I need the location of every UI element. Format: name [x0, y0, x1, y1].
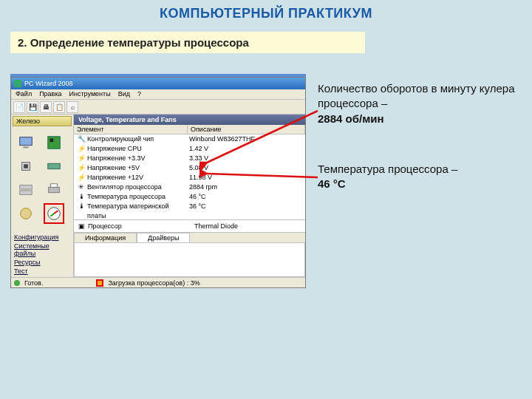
- menu-bar[interactable]: Файл Правка Инструменты Вид ?: [11, 89, 305, 100]
- table-row: ⚡Напряжение +12V11.98 V: [74, 173, 305, 183]
- svg-rect-3: [50, 139, 54, 143]
- sidebar-link-config[interactable]: Конфигурация: [14, 233, 70, 242]
- menu-edit[interactable]: Правка: [39, 90, 61, 98]
- tab-drivers[interactable]: Драйверы: [137, 233, 190, 242]
- status-bar: Готов. Загрузка процессора(ов) : 3%: [11, 277, 305, 287]
- svg-rect-10: [50, 184, 57, 188]
- sidebar-links: Конфигурация Системные файлы Ресурсы Тес…: [11, 231, 73, 277]
- window-titlebar[interactable]: PC Wizard 2008: [11, 78, 305, 89]
- menu-help[interactable]: ?: [137, 90, 141, 98]
- sidebar-tab-hardware[interactable]: Железо: [13, 116, 72, 126]
- status-ready-icon: [14, 280, 20, 286]
- bolt-icon: ⚡: [77, 173, 86, 183]
- bolt-icon: ⚡: [77, 163, 86, 173]
- sidebar-link-test[interactable]: Тест: [14, 267, 70, 276]
- toolbar-button[interactable]: 🖶: [40, 101, 52, 113]
- toolbar: 📄 💾 🖶 📋 ⌕: [11, 100, 305, 115]
- processor-note: ▣ Процессор Thermal Diode: [74, 219, 305, 232]
- panel-title: Voltage, Temperature and Fans: [74, 115, 305, 125]
- table-row: 🔧Контролирующий чипWinbond W83627THF: [74, 134, 305, 144]
- svg-rect-1: [23, 147, 28, 149]
- sidebar-icon-sensors[interactable]: [44, 203, 64, 224]
- svg-rect-6: [48, 163, 61, 168]
- svg-rect-0: [20, 137, 33, 146]
- tab-info[interactable]: Информация: [74, 233, 137, 242]
- sidebar-icon-printer[interactable]: [44, 180, 64, 200]
- app-icon: [14, 80, 21, 87]
- sidebar-icon-video[interactable]: [44, 156, 64, 177]
- callout-rpm-value: 2884 об/мин: [318, 112, 384, 125]
- pcwizard-window: PC Wizard 2008 Файл Правка Инструменты В…: [10, 77, 306, 288]
- toolbar-button[interactable]: 💾: [27, 101, 38, 113]
- column-element[interactable]: Элемент: [74, 125, 188, 134]
- table-row: ⚡Напряжение +3.3V3.33 V: [74, 154, 305, 163]
- thermometer-icon: 🌡: [77, 192, 86, 202]
- sidebar-icon-cpu[interactable]: [16, 156, 36, 177]
- sensor-table: 🔧Контролирующий чипWinbond W83627THF ⚡На…: [74, 134, 305, 219]
- menu-tools[interactable]: Инструменты: [69, 90, 111, 98]
- menu-view[interactable]: Вид: [118, 90, 130, 98]
- table-row: ✳Вентилятор процессора2884 rpm: [74, 183, 305, 192]
- svg-rect-2: [48, 137, 61, 149]
- svg-rect-9: [49, 187, 60, 192]
- status-cpu-load: Загрузка процессора(ов) : 3%: [108, 279, 200, 287]
- table-row: ⚡Напряжение CPU1.42 V: [74, 144, 305, 154]
- svg-rect-8: [20, 191, 33, 195]
- sidebar-icon-system[interactable]: [16, 132, 36, 153]
- cpu-icon: ▣: [78, 222, 85, 230]
- fan-icon: ✳: [77, 183, 86, 192]
- window-title: PC Wizard 2008: [24, 80, 73, 87]
- cpu-load-icon: [96, 279, 103, 287]
- sidebar-icon-drives[interactable]: [16, 180, 36, 200]
- sidebar-icon-mainboard[interactable]: [44, 132, 64, 153]
- table-row: ⚡Напряжение +5V5.08 V: [74, 163, 305, 173]
- task-heading: 2. Определение температуры процессора: [10, 32, 365, 53]
- sidebar-link-sysfiles[interactable]: Системные файлы: [14, 242, 70, 258]
- thermometer-icon: 🌡: [77, 202, 86, 221]
- status-ready: Готов.: [24, 279, 43, 287]
- column-description[interactable]: Описание: [188, 125, 305, 134]
- app-screenshot: PC Wizard 2008 Файл Правка Инструменты В…: [10, 74, 306, 288]
- toolbar-button[interactable]: 📋: [53, 101, 65, 113]
- detail-pane: [74, 242, 305, 277]
- table-row: 🌡Температура процессора46 °C: [74, 192, 305, 202]
- slide-title: КОМПЬЮТЕРНЫЙ ПРАКТИКУМ: [0, 0, 532, 32]
- callout-temp: Температура процессора – 46 °C: [318, 162, 517, 192]
- svg-rect-7: [20, 185, 33, 190]
- svg-point-11: [21, 208, 32, 219]
- detail-tabs: Информация Драйверы: [74, 232, 305, 242]
- menu-file[interactable]: Файл: [16, 90, 32, 98]
- bolt-icon: ⚡: [77, 154, 86, 163]
- table-header: Элемент Описание: [74, 125, 305, 134]
- svg-rect-16: [98, 281, 102, 285]
- callout-rpm: Количество оборотов в минуту кулера проц…: [318, 81, 517, 126]
- main-panel: Voltage, Temperature and Fans Элемент Оп…: [74, 115, 305, 277]
- toolbar-button[interactable]: ⌕: [66, 101, 78, 113]
- callout-temp-value: 46 °C: [318, 177, 346, 190]
- svg-rect-5: [24, 164, 28, 168]
- sidebar-icon-devices[interactable]: [16, 203, 36, 224]
- sidebar: Железо Конфигурация Системные файлы Ресу…: [11, 115, 74, 277]
- toolbar-button[interactable]: 📄: [13, 101, 25, 113]
- sidebar-link-resources[interactable]: Ресурсы: [14, 258, 70, 267]
- callouts: Количество оборотов в минуту кулера проц…: [318, 81, 517, 227]
- bolt-icon: ⚡: [77, 144, 86, 154]
- table-row: 🌡Температура материнской платы36 °C: [74, 202, 305, 221]
- chip-icon: 🔧: [77, 134, 86, 144]
